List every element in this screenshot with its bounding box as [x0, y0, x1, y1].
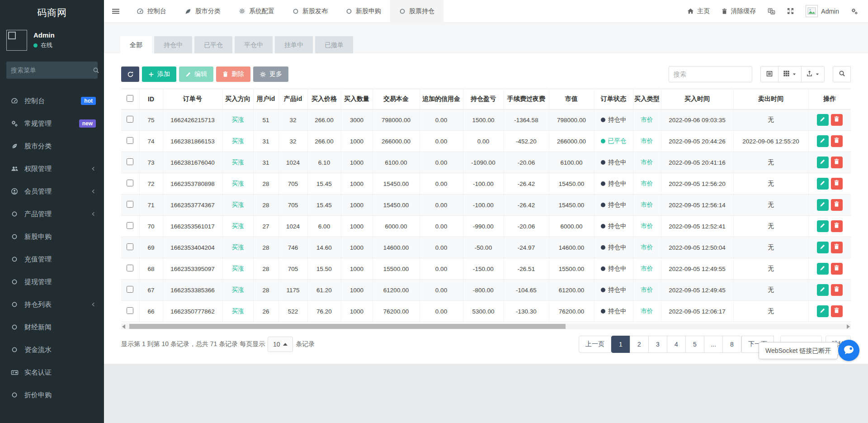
filter-tab[interactable]: 持仓中 — [154, 36, 192, 53]
row-edit-button[interactable] — [817, 263, 829, 275]
page-button[interactable]: 1 — [611, 336, 630, 353]
column-header[interactable]: 卖出时间 — [733, 89, 808, 109]
delete-button[interactable]: 删除 — [216, 67, 250, 82]
row-edit-button[interactable] — [817, 157, 829, 168]
more-button[interactable]: 更多 — [253, 67, 288, 82]
row-checkbox[interactable] — [127, 180, 133, 186]
row-edit-button[interactable] — [817, 114, 829, 126]
select-all-checkbox[interactable] — [127, 95, 133, 102]
row-edit-button[interactable] — [817, 135, 829, 147]
column-header[interactable]: 操作 — [808, 89, 851, 109]
edit-button[interactable]: 编辑 — [179, 67, 213, 82]
filter-tab[interactable]: 平仓中 — [235, 36, 273, 53]
row-delete-button[interactable] — [831, 178, 843, 190]
row-edit-button[interactable] — [817, 220, 829, 232]
row-delete-button[interactable] — [831, 157, 843, 168]
table-search-input[interactable] — [669, 66, 752, 82]
refresh-button[interactable] — [121, 67, 139, 82]
filter-tab[interactable]: 已撤单 — [315, 36, 353, 53]
columns-button[interactable] — [778, 66, 802, 82]
column-header[interactable]: 订单号 — [163, 89, 222, 109]
row-edit-button[interactable] — [817, 199, 829, 211]
row-edit-button[interactable] — [817, 305, 829, 317]
topnav-tab[interactable]: 系统配置 — [230, 0, 283, 23]
column-header[interactable]: 买入方向 — [222, 89, 253, 109]
sidebar-item[interactable]: 充值管理 — [0, 248, 104, 271]
row-edit-button[interactable] — [817, 242, 829, 253]
column-header[interactable]: 买入类型 — [633, 89, 661, 109]
admin-menu[interactable]: Admin — [806, 5, 839, 17]
column-header[interactable]: 订单状态 — [594, 89, 633, 109]
sidebar-item[interactable]: 常规管理new — [0, 112, 104, 135]
column-header[interactable]: 买入数量 — [341, 89, 373, 109]
sidebar-item[interactable]: 实名认证 — [0, 361, 104, 384]
page-button[interactable]: 8 — [722, 336, 741, 353]
fullscreen-button[interactable] — [787, 8, 794, 14]
column-header[interactable]: 产品id — [278, 89, 307, 109]
home-link[interactable]: 主页 — [687, 7, 710, 15]
sidebar-item[interactable]: 控制台hot — [0, 90, 104, 112]
sidebar-search-input[interactable] — [11, 67, 93, 74]
row-checkbox[interactable] — [127, 222, 133, 229]
sidebar-item[interactable]: 股市分类 — [0, 135, 104, 157]
scroll-left-arrow-icon[interactable] — [122, 324, 125, 329]
sidebar-item[interactable]: 持仓列表 — [0, 293, 104, 316]
column-header[interactable]: 交易本金 — [373, 89, 420, 109]
sidebar-item[interactable]: 权限管理 — [0, 157, 104, 180]
page-size-select[interactable]: 10 — [268, 337, 293, 352]
row-delete-button[interactable] — [831, 284, 843, 296]
chat-button[interactable] — [838, 340, 859, 361]
scroll-right-arrow-icon[interactable] — [847, 324, 850, 329]
page-button[interactable]: 2 — [630, 336, 649, 353]
topnav-tab[interactable]: 控制台 — [127, 0, 175, 23]
search-submit-button[interactable] — [833, 66, 851, 82]
column-header[interactable]: 买入价格 — [307, 89, 341, 109]
row-checkbox[interactable] — [127, 116, 133, 123]
filter-tab[interactable]: 全部 — [120, 36, 152, 53]
page-button[interactable]: 5 — [685, 336, 704, 353]
topnav-tab[interactable]: 股市分类 — [175, 0, 230, 23]
column-header[interactable]: 手续费过夜费 — [504, 89, 549, 109]
scrollbar-thumb[interactable] — [129, 324, 566, 329]
row-checkbox[interactable] — [127, 286, 133, 293]
row-checkbox[interactable] — [127, 201, 133, 208]
sidebar-item[interactable]: 产品管理 — [0, 203, 104, 225]
row-checkbox[interactable] — [127, 158, 133, 165]
row-checkbox[interactable] — [127, 243, 133, 250]
row-delete-button[interactable] — [831, 305, 843, 317]
topnav-tab[interactable]: 新股发布 — [283, 0, 337, 23]
topnav-tab[interactable]: 股票持仓 — [390, 0, 443, 23]
row-checkbox[interactable] — [127, 307, 133, 314]
row-delete-button[interactable] — [831, 220, 843, 232]
sidebar-item[interactable]: 折价申购 — [0, 384, 104, 406]
column-header[interactable]: 市值 — [549, 89, 594, 109]
column-header[interactable]: 追加的信用金 — [420, 89, 463, 109]
topnav-tab[interactable]: 新股申购 — [337, 0, 390, 23]
horizontal-scrollbar[interactable] — [121, 323, 851, 329]
filter-tab[interactable]: 已平仓 — [194, 36, 232, 53]
prev-page-button[interactable]: 上一页 — [579, 336, 611, 353]
detail-view-button[interactable] — [760, 66, 778, 82]
sidebar-item[interactable]: 提现管理 — [0, 271, 104, 293]
column-header[interactable]: 用户id — [253, 89, 278, 109]
row-delete-button[interactable] — [831, 114, 843, 126]
sidebar-item[interactable]: 资金流水 — [0, 338, 104, 361]
export-button[interactable] — [801, 66, 825, 82]
page-ellipsis[interactable]: ... — [704, 336, 723, 353]
row-edit-button[interactable] — [817, 284, 829, 296]
row-delete-button[interactable] — [831, 242, 843, 253]
row-delete-button[interactable] — [831, 135, 843, 147]
translate-button[interactable] — [768, 8, 775, 15]
column-header[interactable]: 买入时间 — [661, 89, 733, 109]
page-button[interactable]: 4 — [667, 336, 686, 353]
clear-cache-link[interactable]: 清除缓存 — [722, 7, 756, 15]
sidebar-item[interactable]: 财经新闻 — [0, 316, 104, 338]
column-header[interactable]: 持仓盈亏 — [463, 89, 504, 109]
add-button[interactable]: 添加 — [142, 67, 176, 82]
row-checkbox[interactable] — [127, 265, 133, 271]
sidebar-item[interactable]: 新股申购 — [0, 225, 104, 248]
hamburger-menu-icon[interactable] — [104, 8, 127, 15]
row-edit-button[interactable] — [817, 178, 829, 190]
page-button[interactable]: 3 — [648, 336, 667, 353]
filter-tab[interactable]: 挂单中 — [275, 36, 313, 53]
